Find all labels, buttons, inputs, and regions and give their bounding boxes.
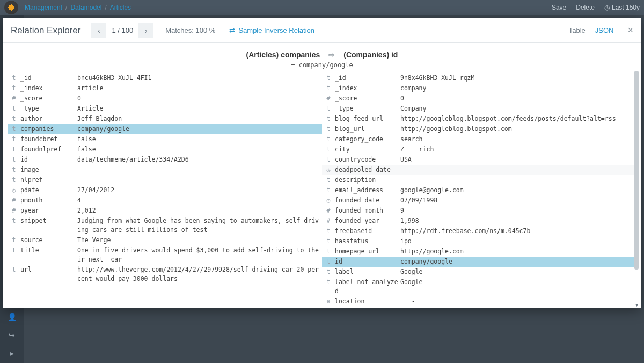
record-row[interactable]: t_idbncu4GkBH3-XuJL-4FI1 <box>8 73 322 83</box>
breadcrumb-item[interactable]: Datamodel <box>70 4 101 11</box>
record-row[interactable]: #pmonth4 <box>8 195 322 206</box>
field-type-icon: # <box>10 94 18 103</box>
sample-inverse-button[interactable]: ⇄ Sample Inverse Relation <box>229 26 314 34</box>
field-value: google@google.com <box>398 186 634 195</box>
record-row[interactable]: ◷deadpooled_date <box>322 165 636 175</box>
field-type-icon: # <box>324 216 333 226</box>
field-value: http://rdf.freebase.com/ns/m.045c7b <box>398 227 634 236</box>
record-row[interactable]: #number_of_employees28,000 <box>322 307 636 308</box>
modal-title: Relation Explorer <box>11 25 80 36</box>
field-key: number_of_employees <box>333 307 398 308</box>
record-row[interactable]: #_score0 <box>322 93 636 104</box>
clock-icon: ◷ <box>604 4 610 11</box>
record-row[interactable]: tauthorJeff Blagdon <box>8 114 322 124</box>
record-row[interactable]: temail_addressgoogle@google.com <box>322 185 636 195</box>
close-button[interactable]: × <box>627 25 633 36</box>
field-value: 0 <box>398 94 634 103</box>
record-row[interactable]: tblog_urlhttp://googleblog.blogspot.com <box>322 124 636 134</box>
field-value: 1,998 <box>398 216 634 226</box>
field-key: category_code <box>333 135 398 144</box>
save-button[interactable]: Save <box>552 4 566 11</box>
field-type-icon: # <box>10 206 18 215</box>
record-row[interactable]: tlabelGoogle <box>322 267 636 277</box>
view-json-button[interactable]: JSON <box>595 26 614 34</box>
record-row[interactable]: tfreebaseidhttp://rdf.freebase.com/ns/m.… <box>322 226 636 236</box>
field-type-icon: ◷ <box>324 165 333 175</box>
record-row[interactable]: turlhttp://www.theverge.com/2012/4/27/29… <box>8 265 322 284</box>
record-row[interactable]: tblog_feed_urlhttp://googleblog.blogspot… <box>322 114 636 124</box>
field-type-icon: t <box>10 216 18 226</box>
scrollbar[interactable]: ▾ <box>633 71 640 308</box>
field-key: city <box>333 145 398 154</box>
record-row[interactable]: #_score0 <box>8 93 322 104</box>
field-value: company <box>398 84 634 93</box>
breadcrumb-item[interactable]: Articles <box>110 4 131 11</box>
record-row[interactable]: thasstatusipo <box>322 236 636 246</box>
record-row[interactable]: tlabel-not-analyzedGoogle <box>322 277 636 296</box>
play-icon[interactable]: ▸ <box>10 349 14 358</box>
record-row[interactable]: t_indexarticle <box>8 83 322 93</box>
record-row[interactable]: tsourceThe Verge <box>8 235 322 245</box>
field-value: 4 <box>75 196 320 205</box>
field-value: Z rich <box>398 145 634 154</box>
record-row[interactable]: ◷pdate27/04/2012 <box>8 185 322 195</box>
scroll-down-icon[interactable]: ▾ <box>633 302 640 308</box>
record-row[interactable]: tcountrycodeUSA <box>322 155 636 165</box>
record-row[interactable]: tcategory_codesearch <box>322 134 636 144</box>
field-value: http://google.com <box>398 247 634 256</box>
record-row[interactable]: t_typeCompany <box>322 104 636 114</box>
record-row[interactable]: #pyear2,012 <box>8 206 322 216</box>
relation-title: (Articles) companies ⇨ (Companies) id = … <box>3 43 641 71</box>
left-record: t_idbncu4GkBH3-XuJL-4FI1t_indexarticle#_… <box>8 73 322 308</box>
field-value: Judging from what Google has been saying… <box>75 216 320 235</box>
field-value: company/google <box>398 257 634 266</box>
record-row[interactable]: tiddata/techmeme/article/3347A2D6 <box>8 155 322 165</box>
pager-prev-button[interactable]: ‹ <box>91 23 106 38</box>
field-type-icon: t <box>324 278 333 287</box>
record-row[interactable]: tidcompany/google <box>322 257 636 267</box>
chevron-left-icon: ‹ <box>98 26 100 35</box>
record-row[interactable]: t_typeArticle <box>8 104 322 114</box>
record-row[interactable]: tfoundcbreffalse <box>8 134 322 144</box>
record-row[interactable]: t_indexcompany <box>322 83 636 93</box>
record-row[interactable]: ⊕location - <box>322 296 636 307</box>
user-icon[interactable]: 👤 <box>8 313 17 321</box>
record-row[interactable]: tdescription <box>322 175 636 185</box>
right-record: t_id9n8x4GkBH3-XuJL-rqzMt_indexcompany#_… <box>322 73 636 308</box>
record-row[interactable]: timage <box>8 165 322 175</box>
record-row[interactable]: ttitleOne in five drivers would spend $3… <box>8 245 322 265</box>
field-type-icon: t <box>324 104 333 113</box>
record-row[interactable]: tnlpref <box>8 175 322 185</box>
record-row[interactable]: #founded_month9 <box>322 206 636 216</box>
record-row[interactable]: thomepage_urlhttp://google.com <box>322 246 636 257</box>
breadcrumb-item[interactable]: Management <box>25 4 62 11</box>
field-type-icon: t <box>10 145 18 154</box>
field-type-icon: t <box>324 237 333 246</box>
record-row[interactable]: tfoundnlpreffalse <box>8 144 322 155</box>
field-key: image <box>18 165 75 175</box>
record-row[interactable]: tcompaniescompany/google <box>8 124 322 134</box>
view-table-button[interactable]: Table <box>569 26 586 34</box>
record-row[interactable]: ◷founded_date07/09/1998 <box>322 195 636 206</box>
field-type-icon: t <box>10 114 18 124</box>
field-value: Article <box>75 104 320 113</box>
scrollbar-thumb[interactable] <box>634 71 639 270</box>
logout-icon[interactable]: ↪ <box>9 331 15 339</box>
field-key: _index <box>333 84 398 93</box>
field-key: nlpref <box>18 176 75 185</box>
record-row[interactable]: t_id9n8x4GkBH3-XuJL-rqzM <box>322 73 636 83</box>
record-row[interactable]: tsnippetJudging from what Google has bee… <box>8 216 322 235</box>
timerange-picker[interactable]: ◷ Last 150y <box>604 4 640 11</box>
breadcrumb: Management / Datamodel / Articles <box>25 4 131 11</box>
record-row[interactable]: tcityZ rich <box>322 144 636 155</box>
pager-next-button[interactable]: › <box>138 23 153 38</box>
delete-button[interactable]: Delete <box>576 4 595 11</box>
field-value: false <box>75 135 320 144</box>
record-row[interactable]: #founded_year1,998 <box>322 216 636 226</box>
field-value: One in five drivers would spend $3,000 t… <box>75 246 320 264</box>
app-logo[interactable] <box>4 1 18 14</box>
field-value: The Verge <box>75 236 320 245</box>
field-value: 27/04/2012 <box>75 186 320 195</box>
field-key: foundcbref <box>18 135 75 144</box>
field-value: 9n8x4GkBH3-XuJL-rqzM <box>398 74 634 83</box>
